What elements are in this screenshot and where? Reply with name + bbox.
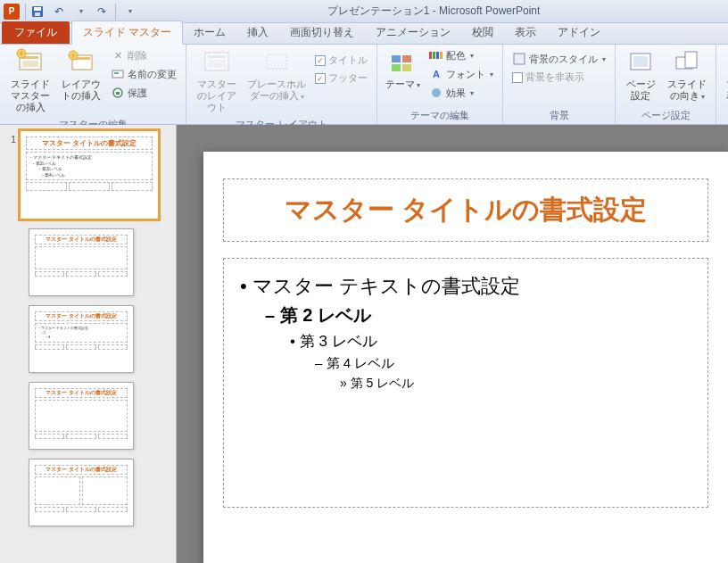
svg-rect-1 — [34, 7, 41, 11]
fonts-button[interactable]: Aフォント — [426, 65, 497, 83]
layout-thumbnail-row: マスター タイトルの書式設定 — [4, 382, 172, 450]
tab-insert[interactable]: 挿入 — [236, 21, 279, 44]
group-close: マスター表を閉じ 閉じる — [716, 45, 728, 124]
ribbon-tabs: ファイル スライド マスター ホーム 挿入 画面切り替え アニメーション 校閲 … — [0, 23, 728, 45]
layout-thumbnail[interactable]: マスター タイトルの書式設定 — [29, 382, 134, 450]
quick-access-toolbar: ↶ ↷ — [28, 2, 139, 21]
undo-button[interactable]: ↶ — [49, 2, 69, 21]
close-master-view-button[interactable]: マスター表を閉じ — [722, 46, 728, 103]
orientation-icon — [673, 48, 701, 77]
slide-editor-area[interactable]: マスター タイトルの書式設定 マスター テキストの書式設定 第 2 レベル 第 … — [177, 125, 728, 563]
svg-rect-22 — [429, 52, 432, 59]
group-page-setup: ページ設定 スライドの向き ページ設定 — [616, 45, 716, 124]
svg-rect-27 — [514, 54, 525, 64]
svg-rect-23 — [433, 52, 435, 59]
doc-name: プレゼンテーション1 — [327, 4, 430, 17]
delete-button: ✕削除 — [107, 46, 180, 64]
page-setup-button[interactable]: ページ設定 — [621, 46, 660, 103]
app-icon: P — [4, 4, 20, 20]
thumbnail-number: 1 — [4, 130, 16, 145]
svg-rect-20 — [392, 64, 401, 71]
slide-master-canvas[interactable]: マスター タイトルの書式設定 マスター テキストの書式設定 第 2 レベル 第 … — [203, 152, 728, 563]
colors-button[interactable]: 配色 — [426, 46, 497, 64]
master-layout-button: マスターのレイアウト — [192, 46, 242, 116]
workspace: 1 マスター タイトルの書式設定 ・マスター テキストの書式設定 - 第2レベル… — [0, 125, 728, 563]
effects-button[interactable]: 効果 — [426, 84, 497, 102]
layout-thumbnail[interactable]: マスター タイトルの書式設定 — [29, 228, 134, 296]
svg-point-26 — [432, 88, 441, 97]
outline-level-4: 第 4 レベル — [315, 355, 691, 372]
page-setup-icon — [626, 48, 655, 77]
background-styles-button[interactable]: 背景のスタイル — [509, 50, 609, 68]
slide-orientation-button[interactable]: スライドの向き — [664, 46, 710, 103]
outline-level-1: マスター テキストの書式設定 — [240, 273, 691, 300]
themes-button[interactable]: テーマ — [383, 46, 422, 92]
insert-placeholder-button: プレースホルダーの挿入 — [245, 46, 308, 103]
save-button[interactable] — [28, 2, 47, 21]
colors-icon — [429, 48, 443, 62]
tab-home[interactable]: ホーム — [183, 21, 236, 44]
tab-review[interactable]: 校閲 — [461, 21, 504, 44]
body-placeholder[interactable]: マスター テキストの書式設定 第 2 レベル 第 3 レベル 第 4 レベル 第… — [223, 258, 708, 508]
svg-rect-2 — [35, 12, 40, 16]
insert-slide-master-button[interactable]: スライド マスターの挿入 — [5, 46, 55, 116]
group-edit-theme: テーマ 配色 Aフォント 効果 テーマの編集 — [377, 45, 503, 124]
qat-customize[interactable] — [120, 2, 139, 21]
svg-rect-15 — [208, 55, 226, 58]
layout-thumbnail-row: マスター タイトルの書式設定 — [4, 228, 172, 296]
tab-file[interactable]: ファイル — [2, 21, 70, 44]
themes-icon — [388, 48, 417, 77]
svg-rect-11 — [114, 72, 119, 74]
rename-icon — [111, 67, 125, 81]
svg-rect-19 — [402, 55, 411, 62]
checkbox-icon: ✓ — [315, 73, 326, 84]
slide-master-icon — [16, 48, 45, 77]
svg-rect-18 — [392, 55, 401, 62]
svg-rect-17 — [267, 54, 286, 69]
checkbox-icon: ✓ — [315, 55, 326, 66]
app-name: Microsoft PowerPoint — [439, 4, 540, 17]
svg-rect-21 — [402, 64, 411, 71]
title-placeholder[interactable]: マスター タイトルの書式設定 — [223, 178, 708, 242]
ribbon: スライド マスターの挿入 レイアウトの挿入 ✕削除 名前の変更 保護 マスターの… — [0, 45, 728, 125]
layout-thumbnail-row: マスター タイトルの書式設定 — [4, 459, 172, 526]
window-title: プレゼンテーション1 - Microsoft PowerPoint — [139, 4, 728, 19]
checkbox-icon — [512, 72, 523, 83]
outline-level-2: 第 2 レベル — [265, 303, 691, 327]
group-master-layout: マスターのレイアウト プレースホルダーの挿入 ✓タイトル ✓フッター マスター … — [186, 45, 377, 124]
tab-view[interactable]: 表示 — [504, 21, 547, 44]
rename-button[interactable]: 名前の変更 — [107, 65, 180, 83]
bg-styles-icon — [512, 52, 526, 66]
master-thumbnail[interactable]: マスター タイトルの書式設定 ・マスター テキストの書式設定 - 第2レベル ・… — [20, 130, 159, 219]
svg-rect-25 — [440, 52, 443, 59]
group-background: 背景のスタイル 背景を非表示 背景 — [503, 45, 616, 124]
footer-checkbox: ✓フッター — [311, 70, 371, 87]
title-checkbox: ✓タイトル — [311, 52, 371, 69]
layout-thumbnail-row: マスター タイトルの書式設定 ・マスター テキストの書式設定 - 2 ・3 — [4, 305, 172, 373]
tab-transitions[interactable]: 画面切り替え — [279, 21, 365, 44]
preserve-icon — [111, 86, 125, 100]
master-thumbnail-row: 1 マスター タイトルの書式設定 ・マスター テキストの書式設定 - 第2レベル… — [4, 130, 172, 219]
fonts-icon: A — [429, 67, 443, 81]
placeholder-icon — [262, 48, 291, 77]
master-layout-icon — [203, 48, 231, 77]
svg-rect-16 — [208, 60, 226, 68]
insert-layout-button[interactable]: レイアウトの挿入 — [59, 46, 103, 103]
thumbnail-pane[interactable]: 1 マスター タイトルの書式設定 ・マスター テキストの書式設定 - 第2レベル… — [0, 125, 177, 563]
undo-dropdown[interactable] — [70, 2, 90, 21]
delete-icon: ✕ — [111, 48, 125, 62]
layout-thumbnail[interactable]: マスター タイトルの書式設定 ・マスター テキストの書式設定 - 2 ・3 — [29, 305, 134, 373]
redo-button[interactable]: ↷ — [92, 2, 112, 21]
layout-thumbnail[interactable]: マスター タイトルの書式設定 — [29, 459, 134, 526]
tab-addins[interactable]: アドイン — [547, 21, 611, 44]
tab-slide-master[interactable]: スライド マスター — [71, 21, 183, 45]
svg-rect-24 — [436, 52, 439, 59]
group-edit-master: スライド マスターの挿入 レイアウトの挿入 ✕削除 名前の変更 保護 マスターの… — [0, 45, 186, 124]
hide-background-checkbox: 背景を非表示 — [509, 69, 609, 86]
layout-icon — [67, 48, 95, 77]
preserve-button[interactable]: 保護 — [107, 84, 180, 102]
svg-rect-5 — [22, 61, 38, 67]
outline-level-3: 第 3 レベル — [290, 331, 691, 352]
outline-level-5: 第 5 レベル — [340, 376, 691, 392]
tab-animations[interactable]: アニメーション — [365, 21, 461, 44]
